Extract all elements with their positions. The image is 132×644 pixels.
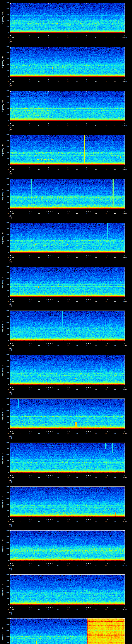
axis-tick (123, 618, 124, 619)
x-tick-label: 30 (65, 521, 70, 522)
x-tick-label: 45 (93, 565, 99, 566)
spectrogram-panel: Frequency (Hz) 1000 800 600 400 200 0 10… (0, 176, 132, 220)
date-year-label: 2015 (5, 42, 16, 43)
axis-tick (30, 355, 30, 355)
x-tick-label: 10 (27, 257, 32, 258)
panel-start-time-label: 10:15:00 (5, 81, 16, 82)
x-tick-label: 10 (27, 213, 32, 214)
y-tick-label: 200 (3, 378, 9, 380)
y-tick-label: 400 (3, 636, 9, 637)
axis-tick (58, 387, 58, 388)
x-tick-label: 40 (84, 477, 89, 478)
axis-tick (124, 486, 125, 487)
axis-tick (10, 74, 10, 74)
axis-tick (123, 27, 124, 27)
axis-tick (123, 630, 124, 631)
axis-tick (123, 285, 124, 285)
panel-end-time-label: 26:00 (119, 521, 130, 522)
y-tick-label: 1000 (3, 46, 9, 48)
y-tick-label: 200 (3, 510, 9, 512)
x-tick-label: 55 (112, 477, 118, 478)
y-axis-title: Frequency (Hz) (2, 272, 4, 292)
axis-tick (9, 297, 10, 297)
y-tick-label: 0 (3, 296, 9, 298)
x-tick-label: 5 (17, 345, 23, 346)
axis-tick (123, 560, 124, 561)
y-tick-label: 600 (3, 454, 9, 456)
panel-start-time-label: 10:26:00 (5, 565, 16, 566)
y-tick-label: 0 (3, 340, 9, 342)
x-tick-label: 40 (84, 169, 89, 170)
axis-tick (124, 530, 125, 531)
axis-tick (9, 291, 10, 291)
axis-tick (58, 223, 58, 224)
axis-tick (106, 47, 106, 48)
x-tick-label: 30 (65, 37, 70, 39)
axis-tick (9, 185, 10, 185)
axis-tick (9, 592, 10, 593)
x-tick-label: 40 (84, 257, 89, 258)
x-tick-label: 50 (103, 609, 108, 610)
x-tick-label: 10 (27, 81, 32, 82)
axis-tick (9, 574, 10, 575)
x-tick-label: 40 (84, 81, 89, 82)
axis-tick (123, 209, 124, 209)
x-tick-label: 15 (36, 301, 42, 302)
date-year-label: 2015 (5, 482, 16, 483)
x-axis-line (10, 520, 125, 520)
x-tick-label: 40 (84, 345, 89, 346)
axis-tick (10, 584, 10, 584)
x-tick-label: 10 (27, 125, 32, 126)
axis-tick (9, 9, 10, 9)
axis-tick (58, 211, 58, 212)
x-tick-label: 55 (112, 37, 118, 39)
x-tick-label: 20 (46, 565, 51, 566)
axis-tick (68, 299, 68, 300)
x-tick-label: 55 (112, 389, 118, 390)
y-tick-label: 200 (3, 202, 9, 204)
x-tick-label: 50 (103, 433, 108, 434)
axis-tick (68, 91, 68, 92)
x-tick-label: 55 (112, 609, 118, 610)
x-tick-label: 30 (65, 257, 70, 258)
axis-tick (123, 636, 124, 637)
axis-tick (10, 118, 10, 118)
plot-frame (10, 574, 125, 605)
axis-tick (124, 3, 125, 4)
spectrogram-panel: Frequency (Hz) 1000 800 600 400 200 0 10… (0, 352, 132, 396)
x-tick-label: 30 (65, 345, 70, 346)
axis-tick (96, 519, 96, 520)
y-axis-title: Frequency (Hz) (2, 535, 4, 556)
y-tick-label: 200 (3, 334, 9, 336)
axis-tick (30, 47, 30, 48)
axis-tick (9, 279, 10, 279)
y-tick-label: 400 (3, 372, 9, 374)
axis-tick (123, 467, 124, 467)
x-tick-label: 10 (27, 433, 32, 434)
axis-tick (96, 443, 96, 443)
x-tick-label: 50 (103, 477, 108, 478)
axis-tick (68, 399, 68, 399)
axis-tick (96, 431, 96, 432)
y-tick-label: 0 (3, 252, 9, 254)
y-tick-label: 600 (3, 14, 9, 16)
axis-tick (10, 188, 10, 188)
axis-tick (58, 79, 58, 80)
axis-tick (106, 135, 106, 136)
x-tick-label: 50 (103, 345, 108, 346)
spectrogram-panel: Frequency (Hz) 1000 800 600 400 200 0 10… (0, 88, 132, 132)
panel-end-time-label: 17:00 (119, 125, 130, 126)
axis-tick (124, 223, 125, 224)
plot-frame (10, 266, 125, 297)
axis-tick (10, 464, 10, 464)
date-year-label: 2015 (5, 218, 16, 219)
y-tick-label: 800 (3, 316, 9, 318)
panel-start-time-label: 10:14:00 (5, 37, 16, 39)
panel-start-time-label: 10:16:00 (5, 125, 16, 126)
panel-end-time-label: 24:00 (119, 433, 130, 434)
x-tick-label: 15 (36, 565, 42, 566)
x-tick-label: 35 (74, 301, 80, 302)
axis-tick (123, 165, 124, 165)
x-tick-label: 35 (74, 37, 80, 39)
axis-tick (58, 167, 58, 168)
